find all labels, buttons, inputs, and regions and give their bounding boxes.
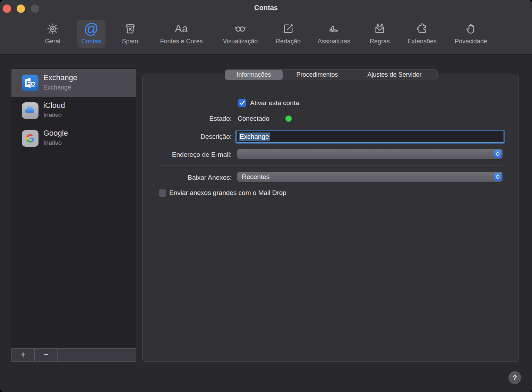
account-status: Exchange xyxy=(43,84,71,91)
svg-text:E: E xyxy=(26,79,31,87)
maildrop-checkbox[interactable] xyxy=(159,189,166,197)
account-row-exchange[interactable]: E Exchange Exchange xyxy=(11,69,136,97)
toolbar-item-assinaturas[interactable]: Assinaturas xyxy=(313,20,355,48)
tab-separator xyxy=(352,72,352,77)
attachments-label: Baixar Anexos: xyxy=(143,174,232,181)
email-label: Endereço de E-mail: xyxy=(143,151,232,159)
sidebar-footer: + − xyxy=(11,348,136,362)
description-label: Descrição: xyxy=(143,133,232,140)
junk-bin-icon xyxy=(122,20,138,38)
tab-ajustes-de-servidor[interactable]: Ajustes de Servidor xyxy=(352,70,437,80)
tab-label: Informações xyxy=(237,71,271,78)
toolbar-item-visualizacao[interactable]: Visualização xyxy=(218,20,263,48)
account-status: Inativo xyxy=(43,112,62,119)
accounts-sidebar: E Exchange Exchange xyxy=(11,68,136,362)
compose-icon xyxy=(276,20,301,38)
enable-account-checkbox[interactable] xyxy=(238,99,246,107)
account-name: iCloud xyxy=(43,101,65,110)
toolbar-item-label: Extensões xyxy=(407,38,437,45)
titlebar-toolbar: Contas Geral @ Contas Spam xyxy=(0,0,532,54)
toolbar-item-redacao[interactable]: Redação xyxy=(271,20,305,48)
hand-icon xyxy=(455,20,487,38)
toolbar-item-label: Fontes e Cores xyxy=(160,38,203,45)
status-label: Estado: xyxy=(143,115,232,122)
account-row-icloud[interactable]: iCloud Inativo xyxy=(11,97,136,125)
toolbar-item-label: Privacidade xyxy=(455,38,487,45)
fonts-icon: Aa xyxy=(160,20,203,38)
tab-label: Ajustes de Servidor xyxy=(367,71,421,78)
tab-label: Procedimentos xyxy=(296,71,338,78)
toolbar-item-extensoes[interactable]: Extensões xyxy=(403,20,441,48)
at-icon: @ xyxy=(81,20,101,38)
help-button[interactable]: ? xyxy=(508,371,521,384)
description-input[interactable]: Exchange xyxy=(236,131,504,143)
glasses-icon xyxy=(223,20,258,38)
puzzle-icon xyxy=(407,20,437,38)
sidebar-footer-spacer xyxy=(58,349,136,361)
toolbar-item-spam[interactable]: Spam xyxy=(117,20,143,48)
enable-account-label: Ativar esta conta xyxy=(250,99,299,107)
detail-tabs: Informações Procedimentos Ajustes de Ser… xyxy=(225,69,438,80)
tab-procedimentos[interactable]: Procedimentos xyxy=(283,70,352,80)
toolbar-item-label: Redação xyxy=(276,38,301,45)
status-value: Conectado xyxy=(238,115,269,122)
toolbar-item-geral[interactable]: Geral xyxy=(41,20,65,48)
toolbar-item-privacidade[interactable]: Privacidade xyxy=(450,20,492,48)
stepper-icon xyxy=(494,173,501,181)
icloud-icon xyxy=(22,102,38,119)
google-icon xyxy=(22,130,38,147)
account-row-google[interactable]: Google Inativo xyxy=(11,125,136,152)
toolbar-item-label: Assinaturas xyxy=(318,38,350,45)
toolbar-item-label: Visualização xyxy=(223,38,258,45)
window-title: Contas xyxy=(0,4,532,12)
toolbar-item-label: Spam xyxy=(122,38,138,45)
tab-informacoes[interactable]: Informações xyxy=(225,70,283,80)
stepper-icon xyxy=(494,150,501,158)
toolbar-item-regras[interactable]: Regras xyxy=(365,20,394,48)
gear-icon xyxy=(45,20,60,38)
preferences-window: Contas Geral @ Contas Spam xyxy=(0,0,532,392)
email-select[interactable] xyxy=(237,149,503,159)
account-detail-panel: Ativar esta conta Estado: Conectado Desc… xyxy=(142,75,519,362)
toolbar-item-label: Geral xyxy=(45,38,60,45)
signature-icon xyxy=(318,20,350,38)
attachments-select[interactable]: Recentes xyxy=(237,172,503,182)
section-divider xyxy=(158,165,503,166)
exchange-icon: E xyxy=(22,75,38,91)
account-name: Google xyxy=(43,129,68,138)
remove-account-button[interactable]: − xyxy=(35,349,58,361)
envelope-arrows-icon xyxy=(370,20,390,38)
description-value-selected: Exchange xyxy=(239,133,270,141)
maildrop-label: Enviar anexos grandes com o Mail Drop xyxy=(169,189,286,197)
status-indicator-dot xyxy=(285,116,292,122)
account-status: Inativo xyxy=(43,139,62,147)
toolbar-item-label: Regras xyxy=(370,38,390,45)
attachments-value: Recentes xyxy=(242,173,269,181)
toolbar-item-fontes[interactable]: Aa Fontes e Cores xyxy=(155,20,207,48)
add-account-button[interactable]: + xyxy=(12,349,35,361)
toolbar-item-contas[interactable]: @ Contas xyxy=(77,20,105,48)
toolbar-item-label: Contas xyxy=(81,38,101,45)
account-name: Exchange xyxy=(43,73,77,82)
